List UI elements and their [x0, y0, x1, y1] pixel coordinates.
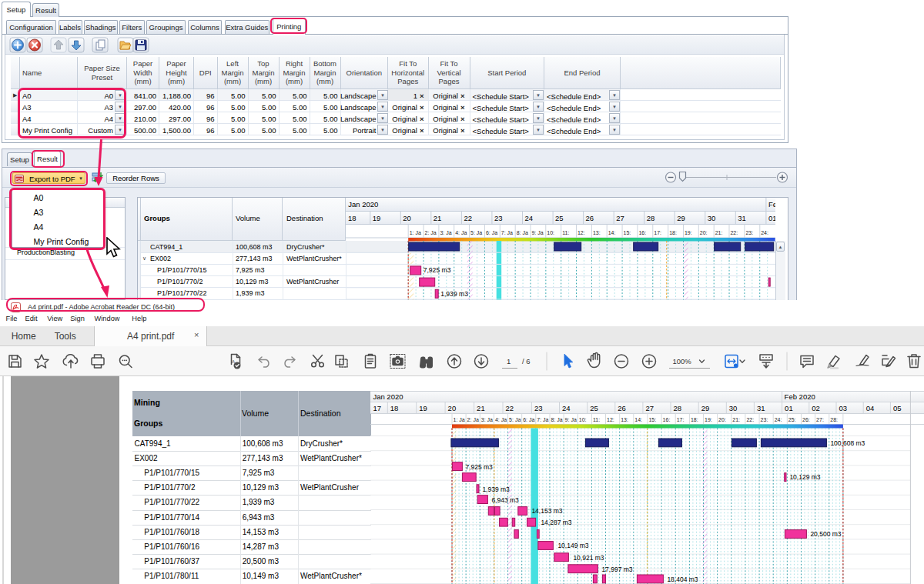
svg-text:14,287 m3: 14,287 m3	[541, 519, 571, 526]
svg-text:9: Ja: 9: Ja	[532, 230, 544, 235]
svg-text:20,500 m3: 20,500 m3	[810, 530, 841, 538]
svg-text:01: 01	[785, 404, 793, 412]
svg-text:13:: 13:	[621, 417, 628, 422]
svg-text:12:: 12:	[578, 230, 585, 235]
svg-text:12:: 12:	[607, 417, 614, 422]
svg-text:27: 27	[616, 214, 624, 222]
svg-text:20: 20	[403, 214, 412, 222]
svg-text:Jan 2020: Jan 2020	[373, 392, 403, 401]
svg-text:24: 24	[562, 404, 571, 412]
svg-text:26: 26	[618, 404, 626, 412]
svg-text:22:: 22:	[731, 230, 738, 235]
svg-text:30: 30	[708, 214, 716, 222]
svg-text:29: 29	[677, 214, 685, 222]
svg-text:16:: 16:	[662, 417, 670, 422]
svg-text:17: 17	[373, 404, 381, 412]
svg-text:21:: 21:	[732, 417, 740, 422]
svg-text:22:: 22:	[746, 417, 754, 422]
svg-text:24: 24	[525, 214, 534, 222]
svg-text:18: 18	[390, 404, 398, 412]
svg-text:2: Ja: 2: Ja	[467, 417, 478, 422]
svg-text:17:: 17:	[676, 417, 684, 422]
svg-text:28: 28	[673, 404, 681, 412]
svg-text:23: 23	[534, 404, 542, 412]
svg-text:6: Ja: 6: Ja	[486, 230, 497, 235]
svg-text:Fe: Fe	[768, 200, 775, 209]
svg-text:21: 21	[434, 214, 442, 222]
svg-text:3: Ja: 3: Ja	[480, 417, 492, 422]
svg-text:23:: 23:	[746, 230, 754, 235]
svg-text:1,939 m3: 1,939 m3	[440, 289, 468, 297]
svg-text:19: 19	[373, 214, 381, 222]
svg-text:10,149 m3: 10,149 m3	[557, 542, 588, 549]
svg-text:26:: 26:	[802, 417, 810, 422]
svg-text:11:: 11:	[592, 417, 599, 422]
svg-text:5: Ja: 5: Ja	[509, 417, 521, 422]
svg-text:28:: 28:	[830, 417, 838, 422]
svg-text:24:: 24:	[774, 417, 782, 422]
svg-text:02: 02	[812, 404, 820, 412]
svg-text:17:: 17:	[654, 230, 662, 235]
svg-text:18: 18	[348, 214, 357, 222]
svg-text:Feb 2020: Feb 2020	[784, 392, 815, 401]
svg-text:19: 19	[419, 404, 427, 412]
svg-text:05: 05	[892, 404, 901, 412]
svg-text:A: A	[232, 359, 235, 364]
svg-text:23: 23	[494, 214, 503, 222]
svg-text:19:: 19:	[685, 230, 692, 235]
svg-text:11:: 11:	[562, 230, 569, 235]
svg-text:22: 22	[464, 214, 473, 222]
svg-text:4: Ja: 4: Ja	[494, 417, 506, 422]
svg-text:15:: 15:	[648, 417, 656, 422]
svg-text:04: 04	[865, 404, 874, 412]
svg-text:8: Ja: 8: Ja	[517, 230, 528, 235]
svg-text:10:: 10:	[547, 230, 555, 235]
svg-text:10,921 m3: 10,921 m3	[573, 554, 604, 562]
svg-text:28: 28	[647, 214, 655, 222]
svg-text:27: 27	[645, 404, 654, 412]
svg-text:14:: 14:	[608, 230, 616, 235]
svg-text:3: Ja: 3: Ja	[440, 230, 452, 235]
svg-text:6: Ja: 6: Ja	[523, 417, 534, 422]
svg-text:1,939 m3: 1,939 m3	[482, 486, 510, 493]
svg-text:25:: 25:	[788, 417, 795, 422]
svg-text:25: 25	[555, 214, 564, 222]
svg-text:1: Ja: 1: Ja	[453, 417, 464, 422]
svg-text:22: 22	[505, 404, 514, 412]
svg-text:30: 30	[728, 404, 737, 412]
svg-text:16:: 16:	[639, 230, 647, 235]
svg-text:31: 31	[738, 214, 747, 222]
svg-text:6,943 m3: 6,943 m3	[491, 496, 519, 504]
svg-text:100,608 m3: 100,608 m3	[830, 439, 865, 447]
svg-text:14,153 m3: 14,153 m3	[531, 507, 562, 515]
svg-text:7: Ja: 7: Ja	[537, 417, 548, 422]
svg-text:21:: 21:	[715, 230, 723, 235]
svg-text:03: 03	[839, 404, 847, 412]
svg-text:15:: 15:	[624, 230, 631, 235]
svg-text:20: 20	[447, 404, 456, 412]
svg-text:10:: 10:	[578, 417, 586, 422]
svg-text:31: 31	[756, 404, 765, 412]
svg-text:4: Ja: 4: Ja	[455, 230, 467, 235]
svg-text:8: Ja: 8: Ja	[551, 417, 562, 422]
svg-text:19:: 19:	[705, 417, 712, 422]
svg-text:27:: 27:	[816, 417, 824, 422]
svg-text:2: Ja: 2: Ja	[425, 230, 437, 235]
svg-text:Jan 2020: Jan 2020	[349, 200, 379, 209]
svg-text:26: 26	[586, 214, 594, 222]
svg-text:23:: 23:	[760, 417, 768, 422]
svg-text:10,129 m3: 10,129 m3	[789, 473, 820, 481]
svg-text:17,997 m3: 17,997 m3	[601, 566, 632, 573]
svg-text:25: 25	[590, 404, 598, 412]
svg-text:5: Ja: 5: Ja	[470, 230, 482, 235]
svg-text:20:: 20:	[718, 417, 726, 422]
svg-text:7,925 m3: 7,925 m3	[424, 266, 451, 274]
svg-text:21: 21	[477, 404, 485, 412]
svg-text:29: 29	[701, 404, 709, 412]
svg-text:1: Ja: 1: Ja	[410, 230, 421, 235]
svg-text:01: 01	[768, 214, 775, 222]
svg-text:24:: 24:	[761, 230, 768, 235]
svg-text:18,404 m3: 18,404 m3	[667, 576, 698, 583]
svg-text:7: Ja: 7: Ja	[501, 230, 513, 235]
svg-text:14:: 14:	[634, 417, 642, 422]
